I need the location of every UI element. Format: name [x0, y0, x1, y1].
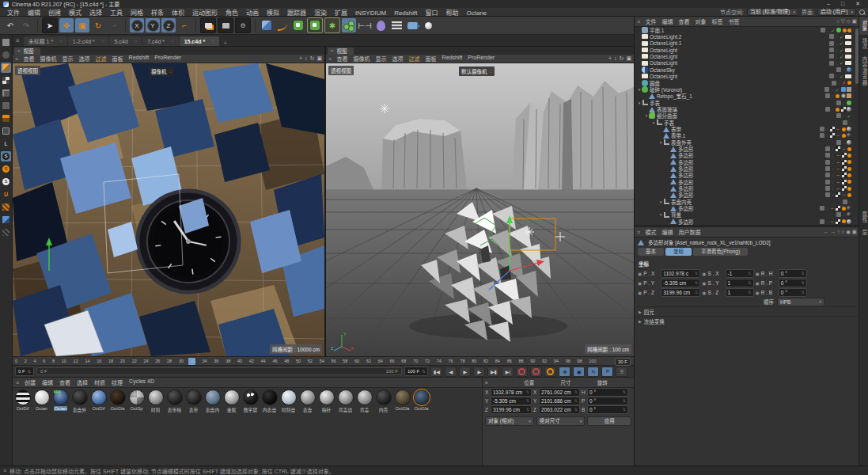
- value-field[interactable]: 2101.686 cm⇅: [539, 397, 580, 405]
- tex-tag-icon[interactable]: [847, 167, 851, 171]
- record-pla-icon[interactable]: ⠿: [616, 367, 627, 377]
- visibility-toggle-icon[interactable]: [825, 107, 830, 112]
- visibility-dots-icon[interactable]: :: [849, 200, 851, 204]
- material-swatch[interactable]: OctDif: [89, 390, 108, 413]
- pan-view-icon[interactable]: +: [299, 55, 302, 62]
- object-tree-row[interactable]: Retopo_宝石_1:: [635, 93, 859, 99]
- autokey-icon[interactable]: [530, 367, 542, 377]
- menu-item[interactable]: 创建: [44, 10, 65, 17]
- apply-button[interactable]: 应用: [587, 416, 631, 426]
- lock-z-axis-icon[interactable]: Z: [161, 18, 176, 32]
- ball-tag-icon[interactable]: [847, 107, 851, 112]
- polygon-mode-icon[interactable]: [1, 126, 11, 136]
- material-preview-sphere[interactable]: [319, 390, 335, 405]
- material-preview-sphere[interactable]: [15, 390, 31, 405]
- record-position-icon[interactable]: ✜: [559, 367, 570, 377]
- material-swatch[interactable]: OctGla: [412, 390, 430, 413]
- visibility-dots-icon[interactable]: :: [843, 113, 845, 118]
- checker-tag-icon[interactable]: [842, 153, 847, 158]
- object-name[interactable]: OctaneLight: [650, 54, 677, 59]
- viewport-menu-item[interactable]: ProRender: [465, 55, 498, 63]
- side-tab[interactable]: 对象: [859, 17, 868, 35]
- viewport-menu-item[interactable]: 查看: [334, 55, 351, 63]
- render-settings-icon[interactable]: ⚙: [235, 17, 251, 33]
- light-tag-icon[interactable]: [845, 41, 851, 45]
- material-menu-item[interactable]: 查看: [56, 378, 74, 386]
- attribute-value-field[interactable]: 0 °⇅: [779, 269, 807, 278]
- viewport-menu-item[interactable]: 过滤: [93, 55, 109, 63]
- spline-pen-icon[interactable]: [275, 18, 290, 32]
- side-tab[interactable]: 属性: [859, 208, 868, 226]
- visibility-toggle-icon[interactable]: [825, 146, 830, 151]
- snap-2d-icon[interactable]: S: [1, 177, 11, 187]
- checker-tag-icon[interactable]: [842, 160, 847, 165]
- object-manager-menu-item[interactable]: 对象: [692, 17, 709, 25]
- object-tree-row[interactable]: OctaneSky:: [635, 66, 859, 73]
- side-tab[interactable]: 层: [859, 226, 868, 239]
- visibility-toggle-icon[interactable]: [829, 61, 834, 66]
- object-tree-row[interactable]: 多边形:~: [635, 146, 859, 152]
- material-swatch[interactable]: 背盖: [355, 390, 373, 413]
- object-tree-row[interactable]: 多边形:~: [635, 218, 859, 225]
- object-tree-row[interactable]: 多边形:~: [635, 185, 859, 192]
- workplane-mode-icon[interactable]: [1, 88, 11, 98]
- effector-icon[interactable]: ✱: [324, 17, 340, 33]
- blue-tag-icon[interactable]: [841, 87, 846, 92]
- keyframe-dot-icon[interactable]: ◉: [638, 280, 642, 286]
- object-name[interactable]: OctaneLight.2: [650, 34, 681, 40]
- material-menu-item[interactable]: 纹理: [108, 378, 126, 386]
- material-menu-item[interactable]: 编辑: [39, 378, 56, 386]
- material-preview-sphere[interactable]: [243, 390, 259, 405]
- mesh-grid-icon[interactable]: [1, 202, 11, 212]
- viewport-left-tab[interactable]: ×视图: [14, 48, 40, 55]
- keyframe-dot-icon[interactable]: ◉: [702, 290, 706, 295]
- visibility-toggle-icon[interactable]: [832, 81, 836, 86]
- tex-tag-icon[interactable]: [842, 134, 846, 138]
- viewport-left-body[interactable]: 透视视图 摄像机:: 网格间距 : 10000 cm: [13, 63, 324, 356]
- visibility-toggle-icon[interactable]: [836, 113, 841, 118]
- checker-tag-icon[interactable]: [842, 186, 847, 191]
- close-icon[interactable]: ×: [17, 48, 21, 55]
- material-preview-sphere[interactable]: [129, 390, 145, 405]
- visibility-dots-icon[interactable]: :: [832, 93, 834, 98]
- object-tree-row[interactable]: 多边形:~: [635, 152, 859, 158]
- coordinates-menu-icon[interactable]: ≡: [485, 380, 521, 386]
- menu-item[interactable]: INSYDIUM: [351, 10, 390, 17]
- locked-plane-icon[interactable]: [1, 215, 11, 225]
- redo-icon[interactable]: ↷: [19, 18, 33, 32]
- visibility-toggle-icon[interactable]: [825, 192, 830, 197]
- search-icon[interactable]: [859, 10, 865, 15]
- menu-item[interactable]: Redshift: [390, 10, 421, 17]
- material-preview-sphere[interactable]: [110, 390, 126, 405]
- visibility-dots-icon[interactable]: :: [849, 120, 851, 125]
- object-manager-menu-item[interactable]: 查看: [676, 17, 692, 25]
- visibility-toggle-icon[interactable]: [843, 120, 847, 125]
- rotate-view-icon[interactable]: ↻: [620, 55, 624, 62]
- wave-tag-icon[interactable]: ~: [836, 180, 840, 184]
- attribute-tab[interactable]: 基本: [638, 248, 664, 256]
- range-end-spinner[interactable]: 100 F⇅: [404, 367, 429, 376]
- keyframe-selection-icon[interactable]: [544, 367, 556, 377]
- green-tag-icon[interactable]: [847, 101, 851, 105]
- check-tag-icon[interactable]: ✓: [840, 54, 844, 59]
- visibility-dots-icon[interactable]: :: [832, 186, 834, 191]
- panel-icon[interactable]: ▣: [852, 229, 857, 235]
- checker-tag-icon[interactable]: [842, 180, 847, 184]
- object-tree-row[interactable]: 多边形:~: [635, 192, 859, 198]
- menu-item[interactable]: 角色: [222, 10, 242, 17]
- object-tree-row[interactable]: 多边形:~: [635, 159, 859, 165]
- material-swatch[interactable]: 表带棕: [165, 390, 184, 413]
- object-tree-row[interactable]: OctaneLight:✓: [635, 47, 859, 53]
- menu-item[interactable]: 模式: [65, 10, 85, 17]
- coords-mode-dropdown[interactable]: 对象 (相对)▾: [485, 416, 534, 426]
- object-tree-row[interactable]: 多边形:~: [635, 172, 859, 178]
- material-preview-sphere[interactable]: [338, 390, 354, 405]
- viewport-3d-scene-left[interactable]: [13, 63, 324, 356]
- visibility-dots-icon[interactable]: :: [832, 153, 834, 158]
- next-key-icon[interactable]: ▶|: [502, 367, 514, 377]
- maximize-button[interactable]: □: [841, 1, 844, 7]
- ball-tag-icon[interactable]: [847, 127, 851, 131]
- object-tree-row[interactable]: OctaneLight:✓: [635, 73, 859, 79]
- object-manager-menu-item[interactable]: 文件: [642, 17, 659, 25]
- viewport-menu-item[interactable]: Redshift: [126, 55, 152, 63]
